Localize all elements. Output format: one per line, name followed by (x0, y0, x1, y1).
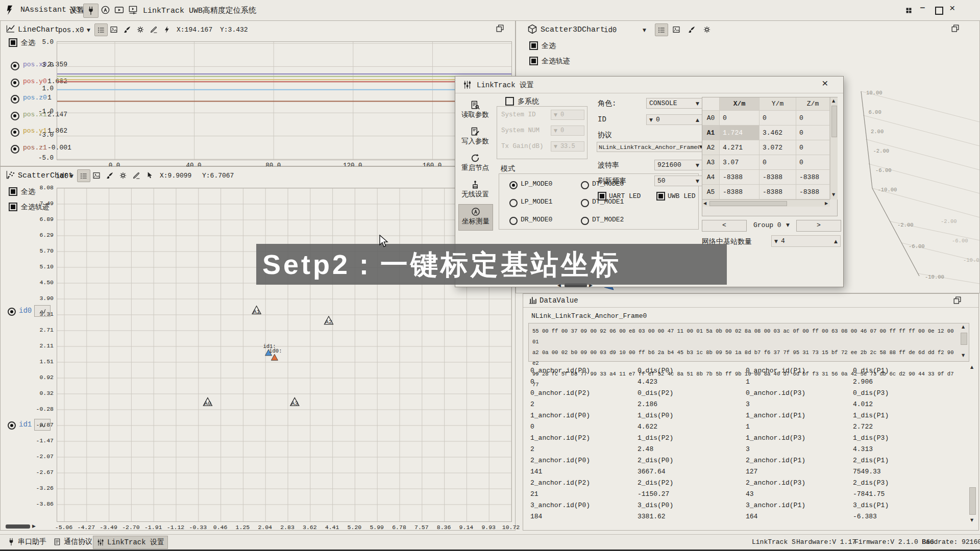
id-spinner[interactable]: ▼0▲ (646, 114, 702, 125)
scroll-down-arrow[interactable]: ▼ (970, 518, 973, 522)
scroll-up-arrow[interactable]: ▲ (962, 324, 965, 329)
close-button[interactable]: × (949, 3, 955, 14)
protocol-combo[interactable]: NLink_LinkTrack_Anchor_Frame0▼ (597, 142, 705, 152)
anchor-cell-a4-x[interactable]: -8388 (720, 170, 760, 185)
scroll-down-arrow[interactable]: ▼ (962, 353, 965, 358)
row-header-a1[interactable]: A1 (702, 126, 720, 140)
select-all-checkbox[interactable] (529, 41, 538, 50)
popout-button[interactable] (953, 296, 962, 305)
chart-settings-button[interactable] (701, 23, 713, 35)
spin-down-icon[interactable]: ▼ (649, 117, 653, 122)
row-header-a4[interactable]: A4 (702, 170, 720, 185)
image-icon (672, 26, 680, 34)
anchor-cell-a2-x[interactable]: 4.271 (720, 140, 760, 155)
demo-button[interactable] (127, 4, 139, 16)
anchor-cell-a3-z[interactable]: 0 (796, 155, 830, 170)
column-header-z-m[interactable]: Z/m (796, 97, 830, 111)
datavalue-cell: 43 (746, 490, 754, 498)
h-scrollbar-thumb[interactable] (6, 524, 30, 529)
table-h-scrollbar[interactable]: ◀▶ (702, 199, 830, 207)
anchor-cell-a5-x[interactable]: -8388 (720, 185, 760, 199)
maximize-button[interactable] (935, 7, 943, 15)
auto-detect-button[interactable] (99, 4, 111, 16)
table-v-scrollbar[interactable]: ▲▼ (830, 97, 838, 199)
column-header-x-m[interactable]: X/m (720, 97, 760, 111)
statusbar-protocol-button[interactable]: 通信协议 (50, 536, 95, 548)
group-prev-button[interactable]: < (702, 220, 747, 232)
mode-radio-dt_mode2[interactable] (581, 217, 589, 225)
minimize-button[interactable]: − (920, 3, 925, 13)
scroll-up-arrow[interactable]: ▲ (832, 98, 835, 103)
anchor-cell-a1-z[interactable]: 0 (796, 126, 830, 140)
table-v-thumb[interactable] (831, 106, 837, 137)
dialog-nav-docWrite[interactable]: 写入参数 (458, 124, 492, 150)
anchor-cell-a1-x[interactable]: 1.724 (720, 126, 760, 140)
row-header-a0[interactable]: A0 (702, 111, 720, 126)
role-combo[interactable]: CONSOLE▼ (646, 98, 702, 109)
dialog-nav-restart[interactable]: 重启节点 (458, 151, 492, 177)
mode-radio-lp_mode0[interactable] (509, 181, 518, 189)
scroll-down-arrow[interactable]: ▼ (832, 192, 835, 197)
dialog-close-button[interactable]: × (822, 78, 828, 90)
dialog-nav-wireless[interactable]: 无线设置 (458, 178, 492, 203)
row-header-a2[interactable]: A2 (702, 140, 720, 155)
snapshot-button[interactable] (670, 23, 682, 35)
dialog-nav-docRead[interactable]: 读取参数 (458, 98, 492, 123)
popout-button[interactable] (951, 24, 960, 33)
layout-grid-button[interactable] (902, 5, 915, 16)
plug-icon (86, 6, 95, 15)
spin-down-icon[interactable]: ▼ (774, 239, 778, 244)
select-all-traces-checkbox[interactable] (529, 57, 538, 65)
hex-scroll-thumb[interactable] (961, 333, 967, 345)
anchor-cell-a1-y[interactable]: 3.462 (760, 126, 796, 140)
hex-scrollbar[interactable]: ▲ ▼ (960, 324, 968, 359)
clear-button[interactable] (685, 23, 698, 35)
mode-radio-dt_mode1[interactable] (581, 199, 589, 207)
grid-icon (905, 7, 913, 14)
anchor-cell-a3-y[interactable]: 0 (760, 155, 796, 170)
mode-radio-dr_mode0[interactable] (509, 217, 518, 225)
chevron-down-icon[interactable]: ▼ (643, 28, 646, 33)
anchor-cell-a5-z[interactable]: -8388 (796, 185, 830, 199)
group-selector[interactable]: Group 0 (753, 221, 781, 229)
anchor-cell-a5-y[interactable]: -8388 (760, 185, 796, 199)
scroll-left-arrow[interactable]: ◀ (703, 201, 706, 206)
scroll-right-arrow[interactable]: ▶ (32, 523, 36, 529)
baud-combo[interactable]: 921600▼ (654, 160, 702, 170)
anchor-cell-a0-y[interactable]: 0 (760, 111, 796, 126)
anchor-cell-a4-z[interactable]: -8388 (796, 170, 830, 185)
anchor-cell-a3-x[interactable]: 3.07 (720, 155, 760, 170)
anchor-cell-a4-y[interactable]: -8388 (760, 170, 796, 185)
dialog-nav-measure[interactable]: 坐标测量 (458, 204, 493, 231)
datavalue-scroll-thumb[interactable] (969, 487, 976, 515)
spin-up-icon[interactable]: ▲ (834, 239, 838, 244)
connect-button[interactable] (83, 4, 99, 18)
datavalue-scrollbar[interactable]: ▲ ▼ (968, 365, 976, 524)
series-selector[interactable]: id0 (604, 26, 617, 34)
anchor-cell-a2-y[interactable]: 3.072 (760, 140, 796, 155)
statusbar-serial-button[interactable]: 串口助手 (4, 536, 50, 548)
anchor-cell-a0-x[interactable]: 0 (720, 111, 760, 126)
mode-radio-dt_mode0[interactable] (581, 181, 589, 189)
uart-led-checkbox[interactable] (598, 192, 606, 201)
mode-radio-lp_mode1[interactable] (509, 199, 518, 207)
scroll-right-arrow[interactable]: ▶ (825, 201, 828, 206)
video-tutorial-button[interactable] (113, 4, 125, 16)
group-next-button[interactable]: > (796, 220, 841, 232)
scroll-up-arrow[interactable]: ▲ (970, 365, 973, 369)
refresh-combo[interactable]: 50▼ (654, 176, 702, 186)
chevron-down-icon[interactable]: ▼ (786, 222, 790, 228)
statusbar-linktrack-button[interactable]: LinkTrack 设置 (93, 536, 168, 549)
column-header-y-m[interactable]: Y/m (760, 97, 796, 111)
spin-up-icon[interactable]: ▲ (696, 117, 699, 122)
menu-settings[interactable]: 设置 (69, 6, 85, 15)
row-header-a5[interactable]: A5 (702, 185, 720, 199)
multi-system-checkbox[interactable] (505, 97, 514, 106)
anchor-count-spinner[interactable]: ▼4▲ (771, 235, 841, 247)
anchor-cell-a2-z[interactable]: 0 (796, 140, 830, 155)
table-h-thumb[interactable] (709, 201, 787, 206)
anchor-cell-a0-z[interactable]: 0 (796, 111, 830, 126)
legend-toggle-button[interactable] (655, 23, 668, 36)
row-header-a3[interactable]: A3 (702, 155, 720, 170)
uwb-led-checkbox[interactable] (656, 192, 665, 201)
